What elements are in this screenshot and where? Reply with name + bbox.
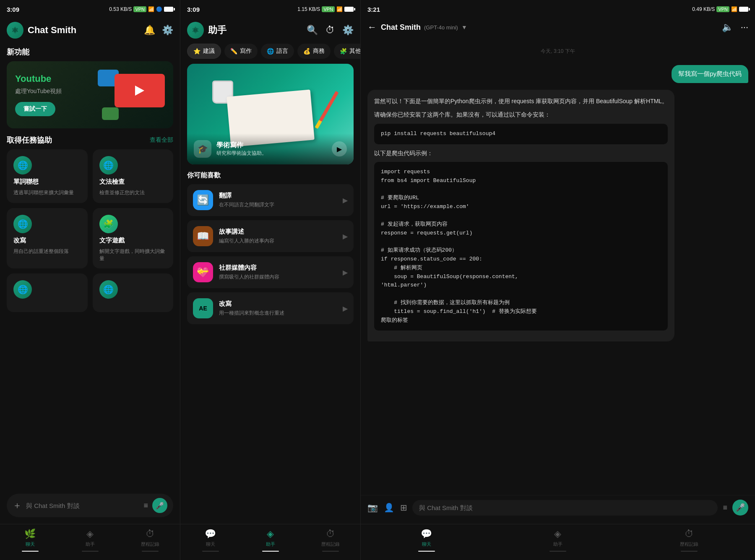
tab-recommend[interactable]: ⭐ 建議 [187, 44, 221, 59]
recommend-desc-3: 撰寫吸引人的社群媒體內容 [219, 273, 337, 281]
volume-icon[interactable]: 🔈 [722, 22, 733, 33]
nav-indicator-7 [418, 551, 435, 552]
try-button[interactable]: 嘗試一下 [15, 102, 55, 116]
settings-icon-1[interactable]: ⚙️ [162, 25, 173, 36]
nav-history-3[interactable]: ⏱ 歷程記錄 [624, 529, 755, 552]
yt-deco2 [102, 107, 119, 120]
nav-chat-1[interactable]: 🌿 聊天 [0, 529, 60, 552]
nav-history-icon-3: ⏱ [685, 529, 694, 539]
chat-title-group: Chat Smith (GPT-4o mini) ▼ [381, 23, 467, 32]
dropdown-arrow[interactable]: ▼ [461, 24, 467, 31]
recommend-story[interactable]: 📖 故事講述 編寫引人入勝的述事內容 ▶ [187, 220, 354, 252]
banner-play-button[interactable]: ▶ [332, 141, 347, 156]
recommend-desc-2: 編寫引人入勝的述事內容 [219, 237, 337, 245]
chat-menu-icon[interactable]: ≡ [723, 503, 727, 512]
status-bar-3: 3:21 0.49 KB/S VPN 📶 [361, 0, 755, 18]
task-desc-2: 檢查並修正您的文法 [99, 189, 145, 196]
nav-history-label-1: 歷程記錄 [141, 541, 159, 547]
banner-icon: 🎓 [194, 140, 211, 158]
nav-history-2[interactable]: ⏱ 歷程記錄 [300, 529, 360, 552]
nav-chat-3[interactable]: 💬 聊天 [361, 529, 492, 552]
ai-bubble-1: 當然可以！下面是一個簡單的Python爬虫示例，使用 requests 庫获取网… [367, 90, 674, 341]
status-time-2: 3:09 [187, 6, 200, 13]
nav-assistant-icon-2: ◈ [267, 529, 274, 539]
face-icon[interactable]: 👤 [384, 503, 394, 513]
recommend-arrow-1: ▶ [343, 196, 348, 204]
nav-assistant-label-1: 助手 [86, 541, 95, 547]
nav-chat-2[interactable]: 💬 聊天 [180, 529, 240, 552]
feature-banner[interactable]: 🎓 學術寫作 研究和學術論文協助。 ▶ [187, 64, 354, 164]
recommend-translate[interactable]: 🔄 翻譯 在不同語言之間翻譯文字 ▶ [187, 184, 354, 216]
home-input-bar: ＋ ≡ 🎤 [7, 494, 173, 517]
task-word-assoc[interactable]: 🌐 單詞聯想 透過單詞聯想來擴大詞彙量 [7, 149, 88, 203]
card-left: Youtube 處理YouTube視頻 嘗試一下 [15, 73, 98, 116]
recommend-content-2: 故事講述 編寫引人入勝的述事內容 [219, 228, 337, 245]
nav-history-icon-2: ⏱ [326, 529, 335, 539]
nav-assistant-3[interactable]: ◈ 助手 [492, 529, 623, 552]
task-icon-6: 🌐 [99, 280, 118, 299]
home-header-left: ⚛ Chat Smith [7, 22, 76, 39]
nav-history-label-3: 歷程記錄 [680, 541, 698, 547]
assistant-title: 助手 [208, 24, 226, 36]
nav-chat-icon-3: 💬 [421, 529, 432, 539]
chat-header: ← Chat Smith (GPT-4o mini) ▼ 🔈 ··· [361, 18, 755, 38]
chat-input-icons: 📷 👤 ⊞ [367, 503, 407, 513]
nav-indicator-5 [262, 551, 279, 552]
nav-assistant-label-3: 助手 [553, 541, 562, 547]
mic-button[interactable]: 🎤 [152, 498, 167, 513]
settings-icon-2[interactable]: ⚙️ [342, 25, 354, 36]
add-button[interactable]: ＋ [13, 499, 22, 512]
home-scroll: 新功能 Youtube 處理YouTube視頻 嘗試一下 取得任務協助 查看全 [0, 44, 180, 487]
home-chat-input[interactable] [26, 502, 139, 509]
camera-icon[interactable]: 📷 [367, 503, 378, 513]
tab-write[interactable]: ✏️ 寫作 [224, 44, 258, 59]
menu-icon[interactable]: ≡ [143, 501, 148, 510]
notification-icon[interactable]: 🔔 [144, 25, 155, 36]
task-extra2[interactable]: 🌐 [93, 273, 174, 312]
grid-icon[interactable]: ⊞ [400, 503, 407, 513]
tab-recommend-icon: ⭐ [193, 48, 200, 55]
pencil-illustration [315, 91, 339, 129]
status-time-3: 3:21 [367, 6, 380, 13]
tab-business[interactable]: 💰 商務 [297, 44, 331, 59]
recommend-content-4: 改寫 用一種措詞來對概念進行重述 [219, 300, 337, 317]
more-icon[interactable]: ··· [741, 22, 748, 33]
app-title-1: Chat Smith [28, 25, 76, 36]
recommend-desc-4: 用一種措詞來對概念進行重述 [219, 310, 337, 317]
youtube-feature-card[interactable]: Youtube 處理YouTube視頻 嘗試一下 [7, 61, 173, 128]
chat-header-right: 🔈 ··· [722, 22, 748, 33]
nav-history-1[interactable]: ⏱ 歷程記錄 [120, 529, 180, 552]
assistant-header-left: ⚛ 助手 [187, 22, 226, 39]
task-grammar[interactable]: 🌐 文法檢查 檢查並修正您的文法 [93, 149, 174, 203]
battery-icon-1 [164, 7, 173, 12]
recommend-rewrite[interactable]: AE 改寫 用一種措詞來對概念進行重述 ▶ [187, 292, 354, 324]
task-extra1[interactable]: 🌐 [7, 273, 88, 312]
nav-assistant-2[interactable]: ◈ 助手 [240, 529, 300, 552]
task-icon-5: 🌐 [13, 280, 32, 299]
tab-language[interactable]: 🌐 語言 [261, 44, 294, 59]
assistant-header: ⚛ 助手 🔍 ⏱ ⚙️ [180, 18, 360, 44]
ai-text-1: 當然可以！下面是一個簡單的Python爬虫示例，使用 requests 庫获取网… [374, 96, 668, 106]
assistant-bottom-nav: 💬 聊天 ◈ 助手 ⏱ 歷程記錄 [180, 524, 360, 560]
user-bubble-1: 幫我寫一個py爬虫代码 [672, 65, 748, 83]
chat-input[interactable] [412, 500, 718, 516]
banner-subtitle: 研究和學術論文協助。 [216, 150, 267, 157]
card-desc: 處理YouTube視頻 [15, 88, 98, 95]
chat-mic-button[interactable]: 🎤 [732, 500, 748, 516]
recommend-desc-1: 在不同語言之間翻譯文字 [219, 201, 337, 208]
view-all-link[interactable]: 查看全部 [150, 136, 173, 144]
card-image [98, 70, 165, 120]
status-bar-2: 3:09 1.15 KB/S VPN 📶 [180, 0, 360, 18]
history-icon-2[interactable]: ⏱ [325, 25, 335, 36]
search-icon-2[interactable]: 🔍 [307, 25, 318, 36]
task-word-game[interactable]: 🧩 文字遊戲 解開文字遊戲，同時擴大詞彙量 [93, 208, 174, 269]
task-rewrite[interactable]: 🌐 改寫 用自己的話重述整個段落 [7, 208, 88, 269]
tasks-header: 取得任務協助 查看全部 [0, 135, 180, 149]
nav-assistant-1[interactable]: ◈ 助手 [60, 529, 120, 552]
nav-assistant-icon-3: ◈ [554, 529, 561, 539]
app-logo-1: ⚛ [7, 22, 23, 39]
back-button[interactable]: ← [367, 22, 377, 33]
tab-other[interactable]: 🧩 其他 [334, 44, 360, 59]
recommend-social[interactable]: 💝 社群媒體內容 撰寫吸引人的社群媒體內容 ▶ [187, 256, 354, 288]
nav-indicator-1 [22, 551, 39, 552]
